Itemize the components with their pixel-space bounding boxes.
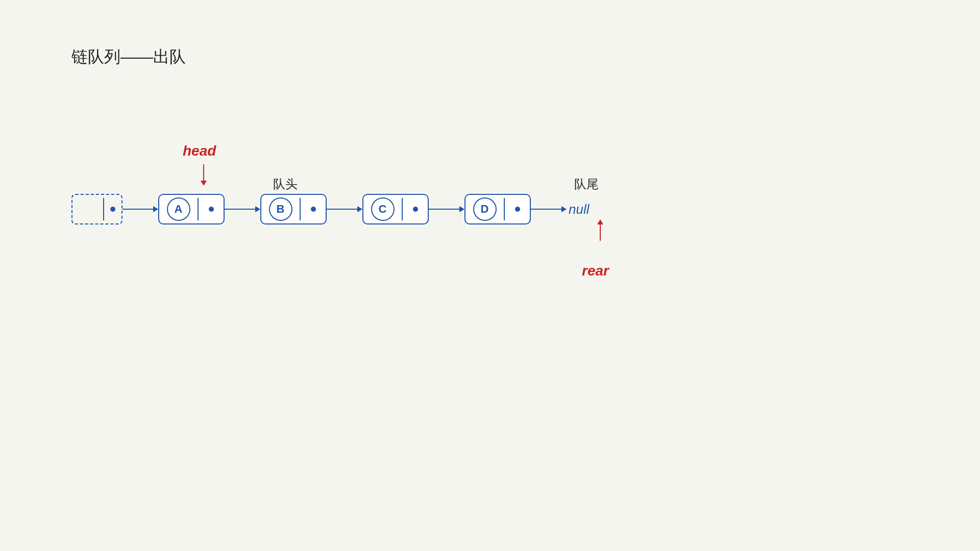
node-b: B [260, 194, 327, 224]
connector-2 [327, 206, 362, 212]
diagram-container: head 队头 队尾 rear A [71, 143, 684, 296]
node-a: A [158, 194, 225, 224]
rear-arrow [597, 219, 603, 241]
connector-4 [531, 206, 567, 212]
nodes-row: A B [71, 194, 589, 224]
connector-3 [429, 206, 464, 212]
rear-label: rear [582, 263, 609, 279]
node-c: C [362, 194, 429, 224]
head-arrow [201, 164, 207, 186]
queue-head-label: 队头 [273, 176, 298, 192]
head-label: head [183, 143, 216, 159]
head-node [71, 194, 122, 224]
null-label: null [569, 202, 589, 217]
title: 链队列——出队 [71, 46, 186, 68]
connector-1 [225, 206, 260, 212]
node-d: D [464, 194, 531, 224]
queue-tail-label: 队尾 [574, 176, 599, 192]
connector-0 [122, 206, 158, 212]
